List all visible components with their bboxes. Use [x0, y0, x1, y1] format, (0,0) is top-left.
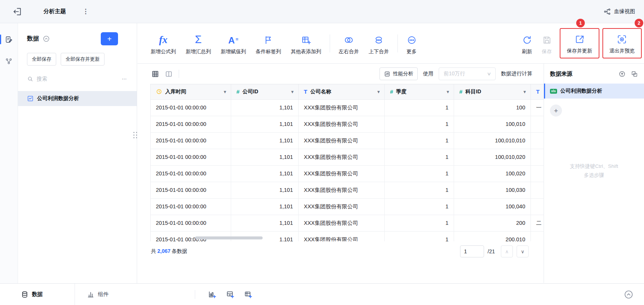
calc-controls: 性能分析 使用 前10万行 ∨ 数据进行计算	[380, 67, 532, 80]
left-icon-strip	[0, 23, 18, 283]
column-header-partial[interactable]: T	[531, 84, 544, 99]
search-input[interactable]	[37, 76, 117, 82]
column-header-subject-id[interactable]: # 科目ID ▼	[454, 84, 531, 99]
column-header-company-id[interactable]: # 公司ID ▼	[231, 84, 299, 99]
save-button: 保存	[537, 31, 557, 55]
next-page-button[interactable]: ∨	[517, 245, 529, 257]
table-cell: XXX集团股份有限公司	[299, 182, 385, 198]
table-row[interactable]: 2015-01-01 00:00:001,101XXX集团股份有限公司1100,…	[151, 182, 544, 198]
table-cell: 1	[385, 165, 454, 182]
add-assign-column-button[interactable]: A≡ 新增赋值列	[216, 31, 251, 55]
lineage-view-button[interactable]: 血缘视图	[604, 8, 635, 15]
prev-page-button[interactable]: ∧	[501, 245, 513, 257]
annotation-box-1: 1 保存并更新	[560, 28, 599, 58]
save-and-update-button[interactable]: 保存并更新	[562, 31, 597, 54]
table-cell: 2015-01-01 00:00:00	[151, 165, 231, 182]
exit-icon[interactable]	[13, 7, 22, 16]
data-edit-panel-icon[interactable]	[0, 31, 18, 47]
table-row[interactable]: 2015-01-01 00:00:001,101XXX集团股份有限公司1100,…	[151, 198, 544, 215]
search-options-icon[interactable]: ⋯	[120, 75, 129, 83]
add-formula-column-button[interactable]: fx 新增公式列	[146, 31, 181, 55]
save-all-update-button[interactable]: 全部保存并更新	[61, 53, 105, 66]
grid-view-icon[interactable]	[150, 69, 160, 79]
collapse-all-icon[interactable]	[43, 35, 50, 42]
table-cell: 1,101	[231, 99, 299, 116]
add-dashboard-icon[interactable]	[226, 290, 235, 299]
dataset-chart-icon	[27, 95, 34, 102]
table-row[interactable]: 2015-01-01 00:00:001,101XXX集团股份有限公司1200二	[151, 215, 544, 231]
tab-component[interactable]: 组件	[80, 284, 115, 305]
column-dropdown-icon[interactable]: ▼	[523, 90, 527, 94]
refresh-button[interactable]: 刷新	[517, 31, 537, 55]
column-dropdown-icon[interactable]: ▼	[223, 90, 227, 94]
stacked-ellipses-icon	[374, 31, 384, 45]
condition-tag-column-button[interactable]: 条件标签列	[251, 31, 286, 55]
exit-preview-button[interactable]: 退出并预览	[605, 31, 640, 54]
relation-panel-icon[interactable]	[0, 53, 18, 69]
number-type-icon: #	[236, 89, 239, 94]
dataset-label: 公司利润数据分析	[37, 95, 79, 102]
table-row[interactable]: 2015-01-01 00:00:001,101XXX集团股份有限公司1100一	[151, 99, 544, 116]
row-limit-select[interactable]: 前10万行 ∨	[439, 67, 496, 80]
column-header-quarter[interactable]: # 季度 ▼	[385, 84, 454, 99]
table-row[interactable]: 2015-01-01 00:00:001,101XXX集团股份有限公司1100,…	[151, 149, 544, 165]
table-row[interactable]: 2015-01-01 00:00:001,101XXX集团股份有限公司1100,…	[151, 165, 544, 182]
table-cell: 1	[385, 116, 454, 132]
toolbar-right-group: 刷新 保存 1 保存并更新	[517, 28, 644, 58]
split-view-icon[interactable]	[164, 69, 173, 79]
column-dropdown-icon[interactable]: ▼	[377, 90, 381, 94]
add-column-from-table-button[interactable]: 其他表添加列	[286, 31, 326, 55]
column-dropdown-icon[interactable]: ▼	[290, 90, 294, 94]
horizontal-scrollbar[interactable]	[195, 236, 263, 239]
expand-panel-icon[interactable]	[624, 290, 634, 299]
table-cell: 2015-01-01 00:00:00	[151, 149, 231, 165]
table-cell	[531, 182, 544, 198]
table-cell: XXX集团股份有限公司	[299, 99, 385, 116]
performance-analysis-button[interactable]: 性能分析	[380, 67, 418, 80]
page-input[interactable]	[460, 245, 484, 257]
join-horizontal-button[interactable]: 左右合并	[334, 31, 364, 55]
add-table-icon[interactable]	[244, 290, 253, 299]
data-source-panel: 数据来源 xls 公司利润数据分析 + 支持	[544, 64, 644, 283]
table-cell: 1	[385, 231, 454, 241]
add-data-button[interactable]: +	[101, 32, 118, 45]
fx-icon: fx	[159, 31, 168, 45]
add-step-button[interactable]: +	[550, 105, 562, 117]
toolbar-separator	[397, 34, 398, 52]
save-all-button[interactable]: 全部保存	[27, 53, 56, 66]
annotation-badge-2: 2	[635, 19, 643, 27]
union-vertical-button[interactable]: 上下合并	[364, 31, 394, 55]
number-type-icon: #	[390, 89, 393, 94]
table-cell	[531, 116, 544, 132]
table-cell: 200,010	[454, 231, 531, 241]
table-cell: 1,101	[231, 116, 299, 132]
collapse-steps-icon[interactable]	[619, 70, 626, 78]
pagination: /21 ∧ ∨	[460, 245, 529, 257]
view-separator	[179, 70, 179, 78]
annotation-box-2: 2 退出并预览	[602, 28, 642, 58]
table-cell: 2015-01-01 00:00:00	[151, 99, 231, 116]
switch-view-icon[interactable]	[631, 70, 638, 78]
more-actions-button[interactable]: 更多	[402, 31, 421, 55]
column-dropdown-icon[interactable]: ▼	[446, 90, 450, 94]
data-panel: 数据 + 全部保存 全部保存并更新 ⋯ 公司利润数据分析	[18, 23, 137, 283]
source-step-item[interactable]: xls 公司利润数据分析	[544, 84, 644, 99]
column-header-company-name[interactable]: T 公司名称 ▼	[299, 84, 385, 99]
table-cell: 2015-01-01 00:00:00	[151, 132, 231, 149]
table-cell: 1,101	[231, 182, 299, 198]
tab-data[interactable]: 数据	[0, 284, 75, 305]
add-summary-column-button[interactable]: Σ 新增汇总列	[181, 31, 216, 55]
table-body: 2015-01-01 00:00:001,101XXX集团股份有限公司1100一…	[151, 99, 544, 241]
more-menu-icon[interactable]: ⋮	[82, 7, 89, 15]
edit-toolbar: fx 新增公式列 Σ 新增汇总列 A≡ 新增赋值列 条件标签列	[137, 23, 644, 64]
panel-resize-handle[interactable]	[133, 132, 137, 138]
table-row[interactable]: 2015-01-01 00:00:001,101XXX集团股份有限公司1100,…	[151, 116, 544, 132]
column-header-entry-time[interactable]: 入库时间 ▼	[151, 84, 231, 99]
table-cell	[531, 132, 544, 149]
save-icon	[542, 31, 552, 45]
dataset-list-item[interactable]: 公司利润数据分析	[18, 91, 137, 106]
table-cell: 1	[385, 99, 454, 116]
add-chart-icon[interactable]	[208, 290, 217, 299]
table-row[interactable]: 2015-01-01 00:00:001,101XXX集团股份有限公司1100,…	[151, 132, 544, 149]
table-cell: XXX集团股份有限公司	[299, 149, 385, 165]
